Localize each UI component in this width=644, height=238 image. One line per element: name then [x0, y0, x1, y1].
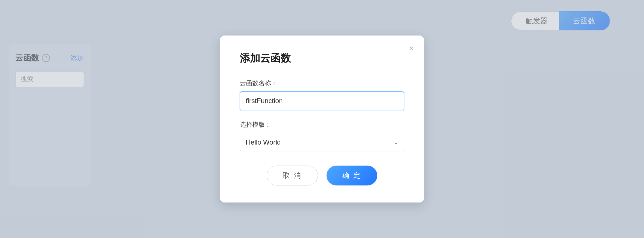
cancel-button[interactable]: 取 消	[267, 166, 318, 185]
template-label: 选择模版：	[240, 120, 404, 129]
template-select[interactable]: Hello World HTTP触发器 定时触发器	[240, 133, 404, 151]
function-name-input[interactable]	[240, 91, 404, 110]
function-name-group: 云函数名称：	[240, 79, 404, 110]
modal-actions: 取 消 确 定	[240, 166, 404, 185]
confirm-button[interactable]: 确 定	[327, 166, 377, 185]
template-group: 选择模版： Hello World HTTP触发器 定时触发器 ⌄	[240, 120, 404, 151]
template-select-wrapper: Hello World HTTP触发器 定时触发器 ⌄	[240, 133, 404, 151]
modal-overlay: 添加云函数 × 云函数名称： 选择模版： Hello World HTTP触发器…	[0, 0, 644, 238]
function-name-label: 云函数名称：	[240, 79, 404, 87]
modal-title: 添加云函数	[240, 51, 404, 65]
add-function-modal: 添加云函数 × 云函数名称： 选择模版： Hello World HTTP触发器…	[220, 36, 424, 202]
page-background: 触发器 云函数 云函数 ? 添加 添加云函数 × 云函数名称：	[0, 0, 644, 238]
modal-close-button[interactable]: ×	[409, 44, 414, 53]
